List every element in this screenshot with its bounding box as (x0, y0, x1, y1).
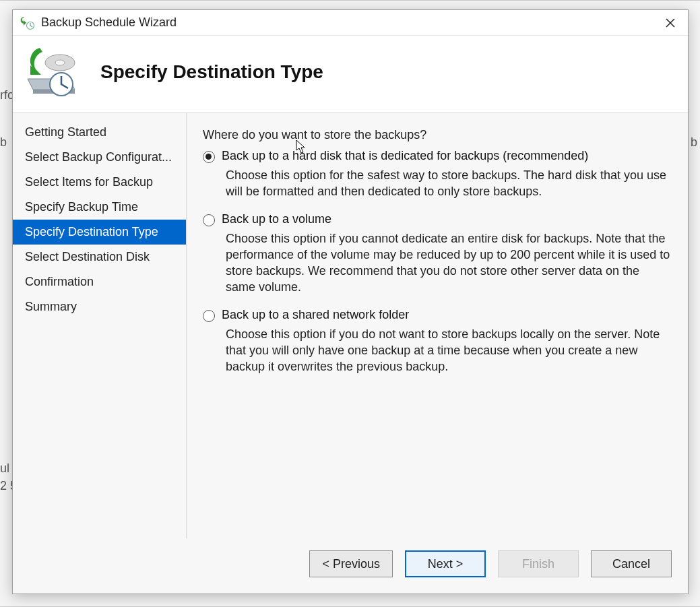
previous-button[interactable]: < Previous (309, 550, 393, 577)
page-title: Specify Destination Type (100, 61, 323, 83)
radio-volume[interactable] (203, 214, 215, 226)
option-label: Back up to a hard disk that is dedicated… (222, 149, 588, 163)
bg-frag: b (691, 135, 697, 150)
close-icon (666, 18, 675, 28)
backup-wizard-icon (20, 15, 34, 30)
option-network-folder[interactable]: Back up to a shared network folder (203, 308, 674, 322)
step-specify-destination-type[interactable]: Specify Destination Type (13, 220, 186, 245)
step-select-items[interactable]: Select Items for Backup (13, 170, 186, 195)
option-label: Back up to a volume (222, 212, 331, 226)
radio-network-folder[interactable] (203, 310, 215, 322)
wizard-dialog: Backup Schedule Wizard Specify De (12, 9, 689, 594)
wizard-steps-sidebar: Getting Started Select Backup Configurat… (13, 113, 187, 538)
bg-frag: b (0, 135, 7, 150)
next-button[interactable]: Next > (405, 550, 486, 577)
option-description: Choose this option for the safest way to… (226, 167, 670, 200)
step-specify-backup-time[interactable]: Specify Backup Time (13, 195, 186, 220)
wizard-footer: < Previous Next > Finish Cancel (13, 538, 688, 594)
close-button[interactable] (656, 13, 685, 33)
option-dedicated-disk[interactable]: Back up to a hard disk that is dedicated… (203, 149, 674, 163)
prompt-text: Where do you want to store the backups? (203, 128, 674, 142)
radio-dedicated-disk[interactable] (203, 151, 215, 163)
step-getting-started[interactable]: Getting Started (13, 120, 186, 145)
wizard-content: Where do you want to store the backups? … (187, 113, 688, 538)
wizard-header: Specify Destination Type (13, 36, 688, 113)
step-summary[interactable]: Summary (13, 294, 186, 319)
titlebar: Backup Schedule Wizard (13, 10, 688, 36)
step-confirmation[interactable]: Confirmation (13, 269, 186, 294)
cancel-button[interactable]: Cancel (591, 550, 672, 577)
wizard-body: Getting Started Select Backup Configurat… (13, 113, 688, 538)
option-description: Choose this option if you do not want to… (226, 326, 670, 375)
option-description: Choose this option if you cannot dedicat… (226, 230, 670, 296)
step-select-backup-config[interactable]: Select Backup Configurat... (13, 145, 186, 170)
svg-point-2 (55, 60, 65, 65)
backup-header-icon (21, 45, 86, 99)
window-title: Backup Schedule Wizard (41, 15, 656, 30)
option-label: Back up to a shared network folder (222, 308, 409, 322)
step-select-destination-disk[interactable]: Select Destination Disk (13, 245, 186, 269)
bg-frag: ul (0, 461, 9, 476)
option-volume[interactable]: Back up to a volume (203, 212, 674, 226)
finish-button: Finish (498, 550, 579, 577)
